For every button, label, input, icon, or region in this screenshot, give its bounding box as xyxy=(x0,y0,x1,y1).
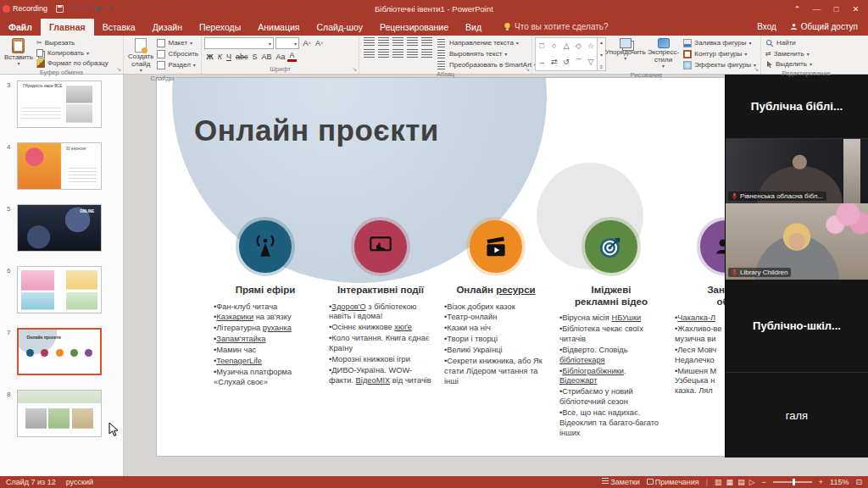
tab-слайд-шоу[interactable]: Слайд-шоу xyxy=(309,19,371,36)
column-items[interactable]: •Вірусна місія НБУшки•Бібліотека чекає с… xyxy=(559,313,663,440)
columns-icon[interactable] xyxy=(421,49,432,58)
dialog-launcher-icon[interactable]: ↘ xyxy=(525,66,530,73)
thumbnail-preview[interactable] xyxy=(17,266,102,313)
save-icon[interactable] xyxy=(56,5,64,13)
zoom-out-button[interactable]: − xyxy=(762,478,766,486)
customize-qat-icon[interactable]: ▾ xyxy=(108,4,113,13)
column-heading[interactable]: Прямі ефіри xyxy=(236,285,296,297)
font-name-select[interactable]: ▾ xyxy=(204,37,274,49)
tab-file[interactable]: Файл xyxy=(0,19,41,36)
zoom-video-tile[interactable]: Library Children xyxy=(726,203,868,280)
shrink-font-button[interactable]: А˅ xyxy=(314,38,326,49)
increase-indent-icon[interactable] xyxy=(407,37,418,46)
arrange-button[interactable]: Упорядочить▾ xyxy=(606,37,645,63)
align-center-icon[interactable] xyxy=(378,49,389,58)
redo-icon[interactable]: ↷ xyxy=(82,4,89,13)
align-text-button[interactable]: Выровнять текст▾ xyxy=(434,48,538,59)
thumbnail-preview[interactable]: 30 вересня xyxy=(17,142,102,190)
slide-thumbnail-5[interactable]: 5ONLINE xyxy=(7,204,118,252)
shape-effects-button[interactable]: Эффекты фигуры▾ xyxy=(682,59,758,70)
notes-toggle[interactable]: Заметки xyxy=(602,478,639,486)
tell-me[interactable]: Что вы хотите сделать? xyxy=(504,22,609,36)
slide-canvas[interactable]: Онлайн проєкти Прямі ефіри•Фан-клуб чита… xyxy=(157,78,822,456)
thumbnail-preview[interactable]: Гібридність наше ВСЕ xyxy=(17,80,102,128)
scroll-down-icon[interactable]: ▾ xyxy=(600,52,603,58)
diamond-shape-icon[interactable]: ◇ xyxy=(576,42,581,50)
section-button[interactable]: Раздел▾ xyxy=(155,59,200,70)
slideshow-view-icon[interactable]: ▷ xyxy=(749,478,755,486)
font-color-button[interactable]: А xyxy=(287,52,297,62)
dialog-launcher-icon[interactable]: ↘ xyxy=(352,66,357,73)
text-shadow-button[interactable]: S xyxy=(250,51,259,62)
start-slideshow-icon[interactable]: ▶ xyxy=(96,4,103,13)
line-spacing-icon[interactable] xyxy=(421,37,432,46)
tab-переходы[interactable]: Переходы xyxy=(191,19,249,36)
zoom-percentage[interactable]: 115% xyxy=(830,478,849,486)
triangle-shape-icon[interactable]: △ xyxy=(564,42,570,50)
minimize-button[interactable]: — xyxy=(808,1,826,16)
zoom-video-tile[interactable]: Рівненська обласна бібл... xyxy=(726,139,868,203)
text-direction-button[interactable]: Направление текста▾ xyxy=(434,37,538,48)
restore-button[interactable]: □ xyxy=(827,1,845,16)
select-button[interactable]: Выделить▾ xyxy=(764,58,814,69)
align-left-icon[interactable] xyxy=(364,49,375,58)
numbering-icon[interactable] xyxy=(378,37,389,46)
strikethrough-button[interactable]: abc xyxy=(233,51,250,62)
reading-view-icon[interactable]: ▤ xyxy=(737,478,745,486)
zoom-slider[interactable] xyxy=(773,481,812,483)
column-items[interactable]: •Здоров'О з бібліотекою навіть і вдома!•… xyxy=(329,302,432,387)
sign-in-button[interactable]: Вход xyxy=(757,22,776,31)
tab-вставка[interactable]: Вставка xyxy=(94,19,144,36)
ellipse-shape-icon[interactable]: ○ xyxy=(552,42,556,50)
slide-thumbnail-7[interactable]: 7Онлайн проєкти xyxy=(7,328,118,375)
rectangle-shape-icon[interactable]: □ xyxy=(540,42,544,50)
gallery-expand-icon[interactable]: ≡ xyxy=(600,64,604,69)
thumbnail-panel[interactable]: 3Гібридність наше ВСЕ430 вересня5ONLINE6… xyxy=(0,75,124,476)
language-indicator[interactable]: русский xyxy=(66,478,93,486)
dialog-launcher-icon[interactable]: ↘ xyxy=(754,66,759,73)
normal-view-icon[interactable]: ▥ xyxy=(715,478,722,486)
slide-sorter-view-icon[interactable]: ▦ xyxy=(726,478,734,486)
double-arrow-shape-icon[interactable]: ⇄ xyxy=(551,58,558,66)
cut-button[interactable]: ✂Вырезать xyxy=(35,37,110,47)
shape-outline-button[interactable]: Контур фигуры▾ xyxy=(682,48,758,59)
interactive-icon[interactable] xyxy=(354,220,407,273)
zoom-in-button[interactable]: + xyxy=(819,478,823,486)
layout-button[interactable]: Макет▾ xyxy=(155,37,200,48)
change-case-button[interactable]: Аа xyxy=(274,51,287,62)
close-button[interactable]: ✕ xyxy=(847,1,865,16)
column-heading[interactable]: Іміджевірекламні відео xyxy=(575,285,648,308)
scroll-up-icon[interactable]: ▴ xyxy=(600,39,603,45)
arrow-shape-icon[interactable]: → xyxy=(538,58,546,66)
fit-slide-icon[interactable]: ⊡ xyxy=(855,478,862,486)
paste-button[interactable]: Вставить ▾ xyxy=(3,37,35,68)
ribbon-display-options-icon[interactable]: ⌃ xyxy=(788,1,806,16)
slide-thumbnail-3[interactable]: 3Гібридність наше ВСЕ xyxy=(7,80,118,128)
find-button[interactable]: Найти xyxy=(764,37,814,48)
font-size-select[interactable]: ▾ xyxy=(275,37,299,49)
copy-button[interactable]: Копировать▾ xyxy=(35,47,110,58)
video-icon[interactable] xyxy=(470,220,522,273)
tab-вид[interactable]: Вид xyxy=(457,19,490,36)
column-heading[interactable]: Інтерактивні події xyxy=(337,285,424,297)
slide-thumbnail-6[interactable]: 6 xyxy=(7,266,118,313)
target-icon[interactable] xyxy=(585,220,637,273)
curve-shape-icon[interactable]: ↺ xyxy=(563,58,570,66)
align-right-icon[interactable] xyxy=(392,49,403,58)
tab-рецензирование[interactable]: Рецензирование xyxy=(371,19,457,36)
convert-smartart-button[interactable]: Преобразовать в SmartArt▾ xyxy=(434,59,538,70)
slide-thumbnail-8[interactable]: 8 xyxy=(7,390,118,437)
zoom-slider-thumb[interactable] xyxy=(793,479,795,485)
tab-главная[interactable]: Главная xyxy=(41,19,94,36)
reset-button[interactable]: Сбросить xyxy=(155,48,200,59)
format-painter-button[interactable]: Формат по образцу xyxy=(35,58,110,69)
thumbnail-preview[interactable]: ONLINE xyxy=(17,204,102,252)
undo-icon[interactable]: ↶ xyxy=(70,4,76,13)
replace-button[interactable]: ⇄ Заменить▾ xyxy=(764,48,814,58)
underline-button[interactable]: Ч xyxy=(224,51,233,62)
star-shape-icon[interactable]: ☆ xyxy=(587,42,594,50)
thumbnail-preview[interactable] xyxy=(17,390,102,437)
tab-анимация[interactable]: Анимация xyxy=(249,19,308,36)
comments-toggle[interactable]: Примечания xyxy=(647,478,699,486)
column-heading[interactable]: Онлайн ресурси xyxy=(456,285,535,297)
